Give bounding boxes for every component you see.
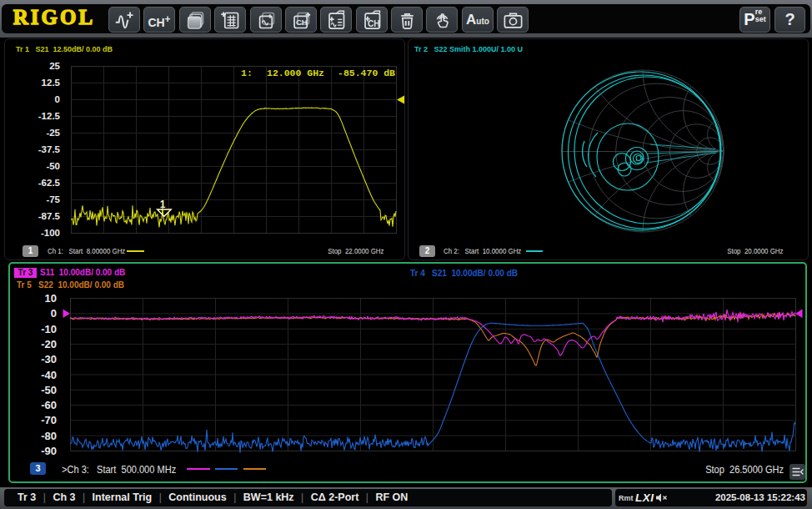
svg-text:-90: -90 (41, 445, 57, 457)
svg-text:-62.5: -62.5 (38, 178, 61, 188)
svg-text:-30: -30 (41, 353, 57, 365)
svg-text:-12.5: -12.5 (38, 111, 61, 121)
svg-text:-25: -25 (46, 128, 60, 138)
svg-text:-60: -60 (41, 399, 57, 411)
svg-text:25: 25 (49, 61, 60, 71)
svg-text:-75: -75 (46, 194, 60, 204)
svg-text:-50: -50 (46, 161, 60, 171)
svg-text:-85.470 dB: -85.470 dB (338, 68, 395, 78)
svg-text:-50: -50 (41, 384, 57, 396)
svg-text:-10: -10 (41, 323, 57, 335)
svg-text:-40: -40 (41, 369, 57, 381)
svg-text:1: 1 (160, 199, 166, 210)
svg-text:-70: -70 (41, 414, 57, 426)
svg-text:12.5: 12.5 (42, 78, 61, 88)
svg-text:0: 0 (51, 307, 57, 320)
svg-text:10: 10 (45, 292, 57, 305)
svg-text:1:: 1: (241, 68, 253, 78)
svg-text:-87.5: -87.5 (38, 211, 61, 221)
svg-text:0: 0 (55, 94, 60, 104)
svg-text:12.000 GHz: 12.000 GHz (267, 68, 324, 78)
svg-text:-80: -80 (41, 430, 57, 442)
svg-text:-100: -100 (41, 228, 60, 238)
svg-text:-37.5: -37.5 (38, 144, 61, 154)
svg-text:CH: CH (295, 18, 307, 27)
svg-text:CH: CH (367, 19, 379, 28)
svg-text:-20: -20 (41, 338, 57, 350)
